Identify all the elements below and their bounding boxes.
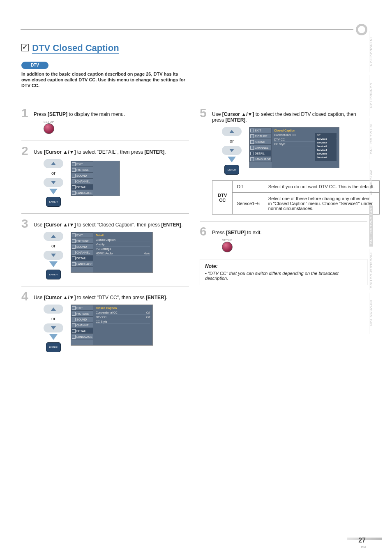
step-divider — [21, 286, 189, 286]
cursor-arrows: or ENTER — [44, 159, 63, 207]
osd-side-item: LANGUAGE — [71, 334, 93, 339]
text: to select "DETAIL", then press — [76, 149, 144, 155]
osd-row: CC Style — [96, 319, 150, 324]
osd-row: Conventional CCOff — [96, 310, 150, 315]
osd-sidebar: EXIT PICTURE SOUND CHANNEL DETAIL LANGUA… — [71, 305, 93, 339]
checkbox-icon — [21, 44, 29, 51]
key-setup: [SETUP] — [48, 111, 67, 117]
table-cell-option: Off — [233, 181, 264, 193]
side-tab-optional-setting: OPTIONAL SETTING — [369, 205, 373, 247]
side-tab-connection: CONNECTION — [369, 75, 373, 116]
osd-main: Closed Caption Conventional CC DTV CCOff… — [272, 127, 339, 168]
submenu-item: Off — [317, 134, 335, 138]
osd-side-item: PICTURE — [71, 167, 93, 173]
cursor-arrows: or ENTER — [44, 305, 63, 352]
osd-side-item-active: DETAIL — [71, 255, 93, 261]
step-5: 5 Use [Cursor ▲/▼] to select the desired… — [200, 103, 367, 215]
step-3: 3 Use [Cursor ▲/▼] to select "Closed Cap… — [21, 213, 189, 279]
remote-setup-button: SETUP — [44, 120, 189, 134]
table-row: Service1~6 Select one of these before ch… — [212, 193, 380, 215]
submenu-item: Service3 — [317, 145, 335, 149]
osd-side-item: EXIT — [71, 161, 93, 167]
intro-paragraph: In addition to the basic closed caption … — [21, 72, 186, 88]
submenu-item: Service5 — [317, 152, 335, 156]
picture-icon — [72, 239, 76, 243]
key-enter: [ENTER] — [145, 149, 165, 155]
osd-side-item: LANGUAGE — [71, 190, 93, 196]
osd-side-item: CHANNEL — [71, 322, 93, 328]
table-cell-desc: Select one of these before changing any … — [264, 193, 379, 215]
picture-icon — [72, 312, 76, 316]
step-divider — [200, 221, 367, 222]
cursor-arrows: or ENTER — [44, 232, 63, 279]
svg-marker-5 — [51, 326, 56, 330]
sound-icon — [72, 245, 76, 249]
channel-icon — [72, 180, 76, 183]
text: Use — [34, 295, 44, 300]
text: Press — [212, 230, 226, 235]
or-label: or — [230, 138, 234, 143]
enter-button-icon: ENTER — [46, 342, 61, 352]
side-tab-initial-setting: INITIAL SETTING — [369, 118, 373, 159]
osd-side-item: LANGUAGE — [249, 156, 272, 162]
osd-row: HDMI1 AudioAuto — [96, 251, 150, 256]
section-title: DTV Closed Caption — [21, 43, 119, 53]
key-cursor: [Cursor ▲/▼] — [44, 149, 76, 155]
osd-side-item: SOUND — [71, 173, 93, 178]
enter-button-icon: ENTER — [224, 165, 239, 175]
picture-icon — [72, 168, 76, 172]
detail-icon — [72, 185, 76, 189]
osd-main: Closed Caption Conventional CCOff DTV CC… — [93, 305, 152, 345]
cursor-group: or ENTER EXIT PICTURE SOUND CHANNEL DETA… — [34, 159, 189, 207]
side-tabs: INTRODUCTION CONNECTION INITIAL SETTING … — [369, 31, 380, 336]
text: to select "DTV CC", then press — [76, 295, 146, 300]
dtvcc-table: DTV CC Off Select if you do not want DTV… — [212, 180, 380, 215]
step-divider — [21, 141, 189, 141]
exit-icon — [72, 306, 76, 310]
osd-side-item: EXIT — [71, 305, 93, 311]
key-enter: [ENTER] — [226, 117, 246, 123]
step-4: 4 Use [Cursor ▲/▼] to select "DTV CC", t… — [21, 286, 189, 352]
step-number: 2 — [21, 144, 28, 158]
remote-label: SETUP — [44, 120, 54, 123]
sound-icon — [72, 174, 76, 178]
arrow-down-icon — [228, 157, 236, 162]
osd-header: Closed Caption — [96, 307, 150, 309]
remote-setup-button: SETUP — [222, 239, 367, 252]
exit-icon — [72, 233, 76, 237]
setup-button-icon — [222, 242, 233, 252]
osd-side-item: CHANNEL — [71, 249, 93, 255]
sound-icon — [72, 318, 76, 321]
picture-icon — [250, 134, 254, 138]
submenu-item: Service4 — [317, 149, 335, 152]
cursor-down-icon — [44, 251, 63, 260]
osd-menu-dtvcc-submenu: EXIT PICTURE SOUND CHANNEL DETAIL LANGUA… — [249, 127, 339, 168]
osd-side-item: PICTURE — [71, 238, 93, 244]
submenu-item: Service1 — [317, 138, 335, 141]
key-enter: [ENTER] — [161, 222, 181, 228]
cursor-down-icon — [222, 146, 242, 155]
step-text: Use [Cursor ▲/▼] to select "DTV CC", the… — [34, 290, 189, 352]
exit-icon — [250, 129, 254, 132]
osd-sidebar: EXIT PICTURE SOUND CHANNEL DETAIL LANGUA… — [249, 127, 272, 162]
osd-sidebar: EXIT PICTURE SOUND CHANNEL DETAIL LANGUA… — [71, 161, 93, 196]
osd-row: DTV CCOff — [96, 315, 150, 319]
cursor-up-icon — [44, 305, 63, 314]
step-text: Use [Cursor ▲/▼] to select "Closed Capti… — [34, 217, 189, 279]
arrow-down-icon — [49, 189, 58, 194]
side-tab-watching-tv: WATCHING TV — [369, 162, 373, 203]
text: to exit. — [246, 230, 262, 235]
note-item: "DTV CC" that you can switch differs dep… — [205, 271, 362, 281]
text: Press — [34, 111, 48, 117]
osd-menu-closed-caption: EXIT PICTURE SOUND CHANNEL DETAIL LANGUA… — [71, 305, 153, 346]
osd-submenu: Off Service1 Service2 Service3 Service4 … — [315, 133, 337, 161]
key-setup: [SETUP] — [226, 230, 246, 235]
step-number: 6 — [200, 224, 207, 238]
submenu-item: Service6 — [317, 156, 335, 160]
table-row: DTV CC Off Select if you do not want DTV… — [212, 181, 380, 193]
step-number: 4 — [21, 289, 28, 303]
detail-icon — [72, 329, 76, 333]
or-label: or — [51, 243, 55, 248]
text: . — [245, 117, 247, 123]
step-text: Use [Cursor ▲/▼] to select "DETAIL", the… — [34, 144, 189, 207]
